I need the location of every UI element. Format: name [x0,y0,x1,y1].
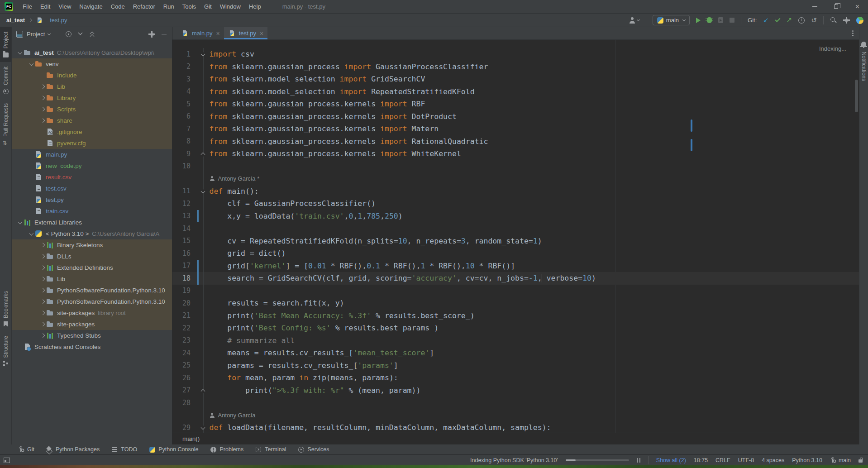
tree-item-external-libraries[interactable]: External Libraries [12,217,172,228]
git-commit-icon[interactable] [775,17,780,22]
menu-view[interactable]: View [54,0,75,13]
collapse-all-icon[interactable] [90,31,95,37]
line-number[interactable]: 1 [172,50,197,58]
tree-item-site-packages[interactable]: site-packages [12,319,172,330]
tree-item-share[interactable]: share [12,115,172,126]
toolwindow-button-problems[interactable]: Problems [205,444,248,454]
tree-item-result.csv[interactable]: result.csv [12,172,172,183]
menu-run[interactable]: Run [159,0,178,13]
close-button[interactable]: × [847,0,868,13]
git-branch-widget[interactable]: main [830,457,851,463]
tree-item-site-packages[interactable]: site-packageslibrary root [12,307,172,319]
menu-tools[interactable]: Tools [178,0,200,13]
tree-item-include[interactable]: Include [12,70,172,81]
code-line-17[interactable]: 17 grid['kernel'] = [0.01 * RBF(),0.1 * … [172,260,859,272]
code-line-21[interactable]: 21 print('Best Mean Accuracy: %.3f' % re… [172,310,859,322]
toolwindow-button-python-console[interactable]: Python Console [144,444,203,454]
chevron-right-icon[interactable] [40,107,44,111]
tree-item-extended-definitions[interactable]: Extended Definitions [12,262,172,273]
code-line-18[interactable]: 18 search = GridSearchCV(clf, grid, scor… [172,272,859,285]
pause-indexing-icon[interactable] [637,458,640,463]
code-line-24[interactable]: 24 means = results.cv_results_['mean_tes… [172,347,859,359]
chevron-down-icon[interactable] [48,32,51,35]
stripe-item-pull-requests[interactable]: Pull Requests⇅ [0,99,11,151]
menu-help[interactable]: Help [245,0,265,13]
tree-item-venv[interactable]: venv [12,58,172,70]
code-line-28[interactable]: 28 [172,396,859,409]
line-number[interactable]: 2 [172,62,197,71]
tree-item-typeshed-stubs[interactable]: Typeshed Stubs [12,330,172,341]
chevron-right-icon[interactable] [40,96,44,100]
tree-item-ai-test[interactable]: ai_testC:\Users\Antony Garcia\Desktop\wp… [12,47,172,58]
chevron-right-icon[interactable] [40,322,44,326]
stripe-item-bookmarks[interactable]: Bookmarks [0,287,11,331]
tree-item-pythonsoftwarefoundation.python.3.10[interactable]: PythonSoftwareFoundation.Python.3.10 [12,285,172,296]
chevron-right-icon[interactable] [40,288,44,292]
chevron-right-icon[interactable] [40,243,44,247]
code-line-29[interactable]: 29def loadData(filename, resultColumn, m… [172,421,859,433]
stripe-item-project[interactable]: Project [0,27,11,62]
menu-git[interactable]: Git [200,0,216,13]
line-number[interactable]: 12 [172,200,197,208]
stripe-item-commit[interactable]: Commit [0,62,11,98]
line-number[interactable]: 15 [172,237,197,245]
line-number[interactable]: 4 [172,87,197,96]
menu-file[interactable]: File [19,0,36,13]
code-line-10[interactable]: 10 [172,160,859,173]
chevron-right-icon[interactable] [40,85,44,89]
code-line-7[interactable]: 7from sklearn.gaussian_process.kernels i… [172,123,859,135]
run-configuration-select[interactable]: main [653,15,690,25]
code-line-5[interactable]: 5from sklearn.gaussian_process.kernels i… [172,98,859,110]
code-line-26[interactable]: 26 for mean, param in zip(means, params)… [172,372,859,384]
line-number[interactable]: 17 [172,262,197,270]
line-number[interactable]: 25 [172,361,197,369]
code-line-11[interactable]: 11def main(): [172,185,859,198]
tree-item-dlls[interactable]: DLLs [12,251,172,262]
expand-all-icon[interactable] [78,31,83,37]
tree-item-library[interactable]: Library [12,92,172,104]
code-fold-icon[interactable] [199,185,208,198]
tab-test-py[interactable]: test.py× [224,27,267,39]
code-line-15[interactable]: 15 cv = RepeatedStratifiedKFold(n_splits… [172,235,859,248]
tree-item-main.py[interactable]: main.py [12,149,172,160]
line-number[interactable]: 14 [172,224,197,233]
restore-button[interactable] [825,0,847,13]
code-fold-icon[interactable] [199,421,208,433]
editor-breadcrumb[interactable]: main() [182,435,200,442]
chevron-right-icon[interactable] [40,266,44,270]
caret-position-widget[interactable]: 18:75 [694,457,708,463]
code-fold-icon[interactable] [199,148,208,160]
code-line-1[interactable]: 1import csv [172,48,859,61]
line-number[interactable]: 7 [172,125,197,133]
project-panel-title[interactable]: Project [27,31,45,38]
code-line-22[interactable]: 22 print('Best Config: %s' % results.bes… [172,322,859,334]
code-line-2[interactable]: 2from sklearn.gaussian_process import Ga… [172,61,859,73]
line-number[interactable]: 21 [172,311,197,320]
chevron-down-icon[interactable] [18,50,22,54]
code-line-25[interactable]: 25 params = results.cv_results_['params'… [172,359,859,372]
menu-refactor[interactable]: Refactor [129,0,159,13]
tree-item-scripts[interactable]: Scripts [12,104,172,115]
line-number[interactable]: 24 [172,349,197,357]
code-line-3[interactable]: 3from sklearn.model_selection import Gri… [172,73,859,86]
toolwindow-button-python-packages[interactable]: Python Packages [41,444,105,454]
chevron-down-icon[interactable] [18,220,22,224]
code-line-8[interactable]: 8from sklearn.gaussian_process.kernels i… [172,135,859,148]
profile-button[interactable] [629,17,639,24]
line-number[interactable]: 22 [172,324,197,332]
notifications-bell-icon[interactable] [861,42,866,46]
indent-widget[interactable]: 4 spaces [762,457,784,463]
chevron-right-icon[interactable] [40,277,44,281]
git-push-icon[interactable]: ↗ [787,17,792,24]
select-opened-file-icon[interactable] [66,31,72,37]
code-line-12[interactable]: 12 clf = GaussianProcessClassifier() [172,197,859,210]
tool-window-layout-icon[interactable] [4,458,10,463]
line-number[interactable]: 26 [172,374,197,382]
tree-item--python-3.10-[interactable]: < Python 3.10 >C:\Users\Antony Garcia\A [12,228,172,239]
chevron-right-icon[interactable] [40,254,44,258]
chevron-right-icon[interactable] [40,311,44,315]
chevron-down-icon[interactable] [29,61,33,65]
tab-options-icon[interactable] [852,33,854,34]
author-hint-row[interactable]: Antony García [172,409,859,422]
menu-edit[interactable]: Edit [36,0,54,13]
